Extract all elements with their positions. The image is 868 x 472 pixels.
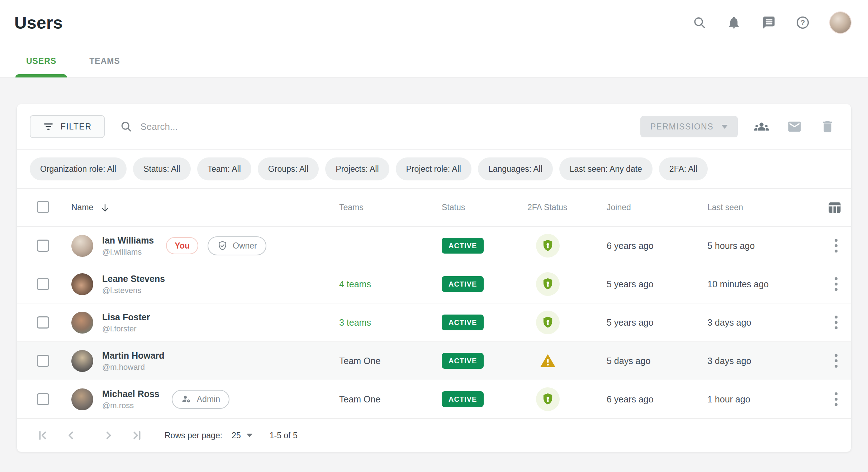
email-icon[interactable] [787, 119, 802, 134]
filter-button[interactable]: FILTER [30, 115, 105, 138]
filter-chip[interactable]: Team: All [197, 157, 251, 180]
joined-cell: 5 years ago [607, 317, 707, 328]
joined-cell: 6 years ago [607, 241, 707, 251]
table-body: Ian Williams @i.williams YouOwner ACTIVE… [17, 227, 851, 419]
filter-chips-row: Organization role: AllStatus: AllTeam: A… [17, 149, 851, 189]
user-handle: @i.williams [102, 247, 154, 257]
tab-bar: USERS TEAMS [0, 45, 868, 77]
joined-cell: 5 years ago [607, 279, 707, 289]
joined-cell: 5 days ago [607, 356, 707, 366]
search-icon [120, 120, 133, 133]
avatar [71, 235, 93, 257]
table-row: Martin Howard @m.howard Team One ACTIVE … [17, 342, 851, 380]
row-menu-icon[interactable] [830, 236, 843, 255]
delete-icon[interactable] [820, 119, 835, 134]
row-checkbox[interactable] [37, 240, 49, 252]
permissions-button[interactable]: PERMISSIONS [640, 116, 738, 137]
search-field [120, 120, 640, 133]
status-badge: ACTIVE [442, 315, 484, 330]
toolbar: FILTER PERMISSIONS [17, 104, 851, 149]
user-name: Michael Ross [102, 388, 160, 399]
table-row: Michael Ross @m.ross Admin Team One ACTI… [17, 380, 851, 419]
tab-teams-label: TEAMS [89, 56, 120, 66]
table-row: Ian Williams @i.williams YouOwner ACTIVE… [17, 227, 851, 265]
filter-chip[interactable]: Groups: All [258, 157, 319, 180]
column-header-name[interactable]: Name [71, 202, 339, 213]
table-row: Leane Stevens @l.stevens 4 teams ACTIVE … [17, 265, 851, 303]
select-all-checkbox[interactable] [37, 201, 49, 213]
last-seen-cell: 3 days ago [707, 356, 808, 366]
chevron-down-icon [721, 125, 728, 129]
previous-page-icon[interactable] [64, 429, 78, 442]
rows-per-page-value: 25 [232, 431, 241, 440]
teams-cell: Team One [339, 394, 442, 405]
help-icon[interactable]: ? [795, 15, 811, 30]
tab-teams[interactable]: TEAMS [79, 45, 131, 77]
avatar [71, 273, 93, 295]
user-avatar[interactable] [829, 11, 852, 34]
twofa-cell [527, 349, 607, 373]
user-name: Ian Williams [102, 235, 154, 246]
status-badge: ACTIVE [442, 276, 484, 292]
toolbar-actions [754, 119, 835, 134]
status-badge: ACTIVE [442, 353, 484, 369]
first-page-icon[interactable] [36, 429, 49, 442]
users-card: FILTER PERMISSIONS [16, 104, 852, 452]
last-seen-cell: 3 days ago [707, 317, 808, 328]
admin-badge: Admin [172, 390, 229, 409]
tab-users[interactable]: USERS [15, 45, 67, 77]
row-menu-icon[interactable] [830, 274, 843, 294]
last-page-icon[interactable] [130, 429, 144, 442]
user-badges: YouOwner [166, 236, 266, 255]
teams-link[interactable]: 3 teams [339, 317, 442, 328]
search-input[interactable] [141, 121, 640, 132]
filter-chip[interactable]: Last seen: Any date [559, 157, 653, 180]
row-checkbox[interactable] [37, 278, 49, 290]
avatar [71, 350, 93, 372]
content-area: FILTER PERMISSIONS [0, 77, 868, 452]
twofa-cell [527, 311, 607, 334]
row-checkbox[interactable] [37, 393, 49, 405]
filter-chip[interactable]: Languages: All [478, 157, 553, 180]
search-icon[interactable] [692, 15, 707, 30]
user-handle: @m.howard [102, 363, 165, 372]
user-handle: @m.ross [102, 401, 160, 410]
row-menu-icon[interactable] [830, 390, 843, 409]
row-menu-icon[interactable] [830, 313, 843, 332]
row-checkbox[interactable] [37, 355, 49, 367]
filter-chip[interactable]: Organization role: All [30, 157, 127, 180]
pagination-bar: Rows per page: 25 1-5 of 5 [17, 419, 851, 452]
filter-chip[interactable]: Status: All [133, 157, 190, 180]
user-handle: @l.forster [102, 324, 150, 334]
filter-chip[interactable]: Project role: All [396, 157, 471, 180]
next-page-icon[interactable] [102, 429, 115, 442]
column-header-2fa: 2FA Status [527, 203, 607, 212]
owner-badge-label: Owner [233, 241, 257, 251]
rows-per-page-select[interactable]: 25 [232, 431, 252, 440]
twofa-enabled-shield-icon [536, 311, 560, 334]
row-menu-icon[interactable] [830, 351, 843, 370]
filter-chip[interactable]: 2FA: All [659, 157, 708, 180]
person-gear-icon [181, 394, 192, 405]
twofa-cell [527, 387, 607, 411]
column-header-status: Status [442, 203, 527, 212]
last-seen-cell: 5 hours ago [707, 241, 808, 251]
chat-icon[interactable] [760, 15, 776, 30]
teams-cell: Team One [339, 356, 442, 366]
joined-cell: 6 years ago [607, 394, 707, 405]
user-name: Leane Stevens [102, 273, 165, 284]
add-to-team-icon[interactable] [754, 119, 769, 134]
teams-link[interactable]: 4 teams [339, 279, 442, 289]
you-badge: You [166, 237, 198, 254]
twofa-enabled-shield-icon [536, 272, 560, 296]
topbar-icons: ? [692, 11, 852, 34]
notifications-icon[interactable] [726, 15, 742, 30]
top-bar: Users ? [0, 0, 868, 45]
column-settings-icon[interactable] [827, 200, 843, 216]
filter-icon [43, 121, 54, 132]
svg-text:?: ? [801, 18, 805, 27]
column-header-name-label: Name [71, 203, 93, 212]
filter-chip[interactable]: Projects: All [325, 157, 389, 180]
you-badge-label: You [175, 241, 190, 251]
row-checkbox[interactable] [37, 316, 49, 329]
